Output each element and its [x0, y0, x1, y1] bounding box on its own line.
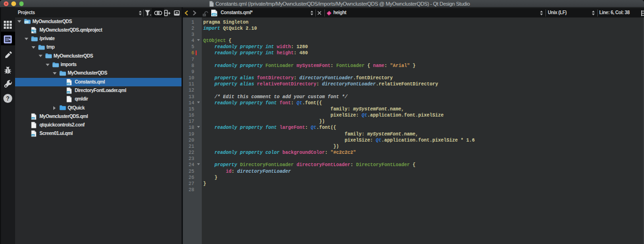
- svg-text:qml: qml: [212, 13, 216, 16]
- svg-text:?: ?: [6, 95, 9, 102]
